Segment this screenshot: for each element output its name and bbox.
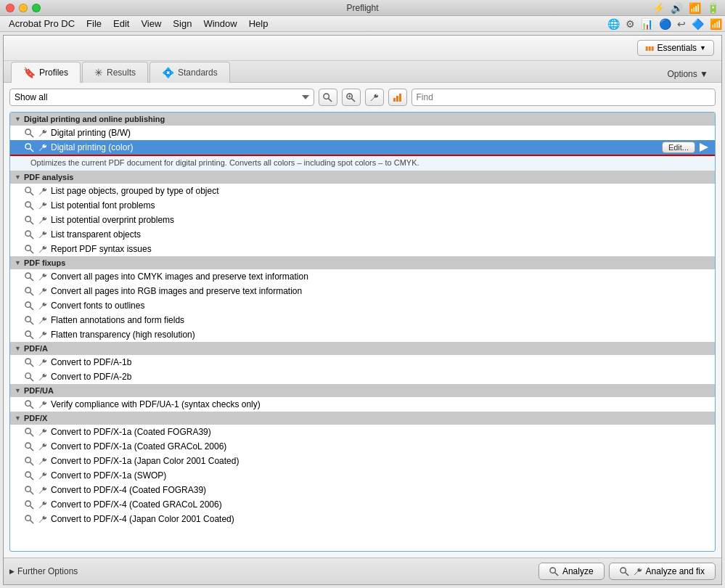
list-item[interactable]: Digital printing (B/W): [10, 126, 715, 140]
edit-button[interactable]: Edit...: [662, 142, 695, 153]
menu-icon-6: 🔷: [692, 18, 704, 30]
category-digital-printing-label: Digital printing and online publishing: [24, 115, 165, 123]
title-bar: Preflight ⚡ 🔊 📶 🔋: [0, 0, 725, 16]
category-pdf-fixups[interactable]: ▼ PDF fixups: [10, 256, 715, 269]
menu-icon-7: 📶: [710, 18, 722, 30]
item-search-icon: [25, 128, 34, 138]
chart-icon-button[interactable]: [388, 89, 407, 106]
list-item[interactable]: Convert to PDF/X-1a (Coated GRACoL 2006): [10, 439, 715, 454]
list-item[interactable]: Convert fonts to outlines: [10, 298, 715, 313]
further-options-section[interactable]: ▶ Further Options: [9, 566, 78, 576]
further-options-label: Further Options: [17, 566, 78, 576]
list-item[interactable]: Verify compliance with PDF/UA-1 (syntax …: [10, 397, 715, 412]
svg-point-34: [25, 372, 30, 377]
toolbar-right: Essentials ▼: [637, 40, 714, 56]
category-pdfa[interactable]: ▼ PDF/A: [10, 342, 715, 355]
tab-standards[interactable]: 💠 Standards: [149, 62, 230, 83]
svg-point-52: [550, 567, 555, 572]
system-icon-1: ⚡: [652, 2, 665, 14]
analyze-icon-button[interactable]: [319, 89, 337, 106]
list-item[interactable]: Report PDF syntax issues: [10, 242, 715, 256]
item-label: Report PDF syntax issues: [51, 244, 709, 254]
menu-file[interactable]: File: [81, 17, 107, 30]
category-chevron-icon: ▼: [15, 345, 21, 352]
menu-icon-2: ⚙: [626, 18, 635, 30]
show-all-select[interactable]: Show all: [9, 89, 314, 106]
menu-edit[interactable]: Edit: [107, 17, 135, 30]
list-item[interactable]: Convert to PDF/X-4 (Coated FOGRA39): [10, 483, 715, 497]
menu-acrobat[interactable]: Acrobat Pro DC: [3, 17, 81, 30]
svg-point-36: [25, 400, 30, 405]
item-wrench-icon: [38, 486, 47, 495]
edit-arrow-icon[interactable]: [699, 142, 709, 152]
svg-line-10: [30, 148, 33, 152]
category-pdf-analysis[interactable]: ▼ PDF analysis: [10, 171, 715, 184]
tab-results[interactable]: ✳ Results: [82, 62, 148, 83]
list-item[interactable]: Convert to PDF/X-1a (SWOP): [10, 468, 715, 483]
minimize-button[interactable]: [19, 4, 28, 12]
item-search-icon: [25, 272, 34, 282]
menu-right-icons: 🌐 ⚙ 📊 🔵 ↩ 🔷 📶: [607, 18, 722, 30]
svg-line-25: [30, 292, 33, 295]
item-label: Convert to PDF/A-1b: [51, 357, 709, 367]
svg-point-20: [25, 245, 30, 250]
item-wrench-icon: [38, 372, 47, 382]
item-search-icon: [25, 143, 34, 152]
item-search-icon: [25, 515, 34, 524]
tab-profiles[interactable]: 🔖 Profiles: [11, 62, 81, 83]
search-icon-button[interactable]: [342, 89, 361, 106]
svg-line-55: [625, 572, 628, 576]
close-button[interactable]: [6, 4, 15, 12]
item-label: Convert all pages into RGB images and pr…: [51, 286, 709, 296]
item-search-icon: [25, 316, 34, 325]
svg-point-14: [25, 201, 30, 206]
maximize-button[interactable]: [32, 4, 41, 12]
menu-help[interactable]: Help: [243, 17, 274, 30]
find-input[interactable]: [411, 89, 716, 106]
item-description: Optimizes the current PDF document for d…: [10, 156, 715, 171]
item-label: Convert to PDF/X-1a (Coated GRACoL 2006): [51, 441, 709, 452]
menu-view[interactable]: View: [135, 17, 167, 30]
svg-line-15: [30, 206, 33, 210]
wrench-icon-button[interactable]: [365, 89, 384, 106]
item-label: Convert to PDF/X-4 (Japan Color 2001 Coa…: [51, 514, 709, 524]
analyze-button[interactable]: Analyze: [538, 563, 605, 580]
list-item[interactable]: Convert to PDF/X-4 (Coated GRACoL 2006): [10, 497, 715, 512]
list-item-selected[interactable]: Digital printing (color) Edit...: [10, 140, 715, 155]
analyze-and-fix-label: Analyze and fix: [646, 566, 705, 576]
list-item[interactable]: Convert all pages into CMYK images and p…: [10, 269, 715, 284]
options-button[interactable]: Options ▼: [661, 66, 714, 82]
list-item[interactable]: List potential overprint problems: [10, 213, 715, 227]
category-digital-printing[interactable]: ▼ Digital printing and online publishing: [10, 113, 715, 126]
list-item[interactable]: Convert to PDF/X-1a (Coated FOGRA39): [10, 425, 715, 439]
essentials-button[interactable]: Essentials ▼: [637, 40, 714, 56]
list-item[interactable]: Convert to PDF/A-1b: [10, 355, 715, 369]
svg-point-42: [25, 457, 30, 462]
svg-line-19: [30, 235, 33, 239]
menu-icon-3: 📊: [641, 18, 653, 30]
list-item[interactable]: Flatten transparency (high resolution): [10, 327, 715, 342]
list-item[interactable]: Convert to PDF/X-4 (Japan Color 2001 Coa…: [10, 512, 715, 526]
list-item[interactable]: List transparent objects: [10, 227, 715, 242]
svg-point-54: [620, 567, 626, 572]
results-icon: ✳: [94, 67, 103, 78]
filter-row: Show all: [9, 89, 716, 106]
analyze-fix-icon: [620, 567, 629, 576]
category-pdfx[interactable]: ▼ PDF/X: [10, 412, 715, 425]
svg-point-7: [25, 128, 30, 134]
list-item[interactable]: Convert to PDF/A-2b: [10, 369, 715, 384]
analyze-and-fix-button[interactable]: Analyze and fix: [609, 563, 716, 580]
menu-window[interactable]: Window: [197, 17, 242, 30]
item-wrench-icon: [38, 128, 47, 138]
list-item[interactable]: List page objects, grouped by type of ob…: [10, 184, 715, 198]
profiles-icon: 🔖: [23, 67, 36, 78]
list-item[interactable]: List potential font problems: [10, 198, 715, 213]
list-item[interactable]: Flatten annotations and form fields: [10, 313, 715, 327]
menu-sign[interactable]: Sign: [167, 17, 197, 30]
list-item[interactable]: Convert to PDF/X-1a (Japan Color 2001 Co…: [10, 454, 715, 468]
item-search-icon: [25, 216, 34, 225]
item-label: Digital printing (B/W): [51, 128, 709, 138]
list-item[interactable]: Convert all pages into RGB images and pr…: [10, 284, 715, 298]
category-pdfua[interactable]: ▼ PDF/UA: [10, 384, 715, 397]
category-chevron-icon: ▼: [15, 115, 21, 123]
